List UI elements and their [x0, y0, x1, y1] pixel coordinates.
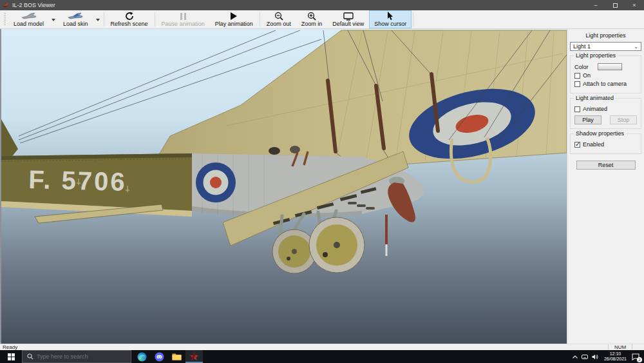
load-skin-label: Load skin — [63, 21, 88, 27]
taskbar-app-edge[interactable] — [133, 350, 151, 363]
close-button[interactable]: × — [625, 0, 644, 10]
num-lock-indicator: NUM — [608, 344, 632, 350]
show-cursor-button[interactable]: Show cursor — [369, 10, 412, 28]
minimize-button[interactable]: – — [586, 0, 605, 10]
light-properties-group: Light properties Color On Attach to came… — [570, 55, 641, 93]
animated-checkbox-row[interactable]: Animated — [574, 106, 637, 112]
light-properties-panel: Light properties Light 1 ⌄ Light propert… — [567, 29, 644, 344]
shadow-enabled-checkbox[interactable] — [574, 142, 580, 148]
shadow-enabled-label: Enabled — [583, 141, 604, 148]
il2-viewer-icon — [189, 352, 199, 362]
load-model-dropdown-arrow[interactable] — [49, 10, 58, 28]
play-button[interactable]: Play — [574, 115, 601, 124]
search-icon — [27, 353, 33, 360]
pause-icon — [180, 12, 186, 21]
toolbar-separator — [260, 12, 260, 26]
windows-taskbar: 12:10 26/08/2021 2 — [0, 350, 644, 363]
pause-animation-button[interactable]: Pause animation — [156, 10, 210, 28]
load-skin-button[interactable]: Load skin — [58, 10, 93, 28]
front-wheel — [309, 217, 365, 273]
light-selector-value: Light 1 — [573, 43, 634, 50]
maximize-button[interactable] — [605, 0, 625, 10]
light-selector-dropdown[interactable]: Light 1 ⌄ — [570, 42, 641, 51]
app-window: IL-2 BOS Viewer – × Load model — [0, 0, 644, 363]
show-cursor-label: Show cursor — [374, 21, 406, 27]
airplane-skin-icon — [67, 12, 84, 21]
tray-clock[interactable]: 12:10 26/08/2021 — [604, 351, 627, 362]
discord-icon — [155, 352, 164, 362]
taskbar-app-discord[interactable] — [151, 350, 168, 363]
stop-button[interactable]: Stop — [610, 115, 637, 124]
serial-number: F. 5706 — [28, 165, 127, 196]
zoom-out-label: Zoom out — [267, 21, 291, 27]
attach-to-camera-checkbox[interactable] — [574, 81, 580, 87]
title-bar: IL-2 BOS Viewer – × — [0, 0, 644, 10]
window-title: IL-2 BOS Viewer — [12, 2, 586, 8]
tray-keyboard-icon[interactable] — [582, 355, 588, 359]
group-title: Shadow properties — [574, 130, 626, 137]
tray-date: 26/08/2021 — [604, 357, 627, 362]
cockpit-windscreen — [290, 146, 300, 153]
attach-checkbox-row[interactable]: Attach to camera — [574, 81, 637, 87]
default-view-button[interactable]: Default view — [327, 10, 369, 28]
tray-speaker-icon[interactable] — [592, 354, 599, 360]
reset-button[interactable]: Reset — [576, 161, 636, 170]
windows-logo-icon — [8, 353, 15, 360]
zoom-in-icon — [307, 12, 316, 21]
animated-checkbox[interactable] — [574, 106, 580, 112]
rear-fuselage: F. 5706 — [1, 153, 192, 217]
refresh-scene-button[interactable]: Refresh scene — [106, 10, 153, 28]
notification-badge: 2 — [637, 357, 642, 362]
on-checkbox[interactable] — [574, 73, 580, 79]
status-bar: Ready NUM — [0, 344, 644, 350]
toolbar-separator — [413, 12, 413, 26]
cursor-icon — [386, 12, 394, 21]
status-message: Ready — [0, 344, 608, 350]
zoom-out-button[interactable]: Zoom out — [261, 10, 296, 28]
load-model-label: Load model — [14, 21, 44, 27]
refresh-icon — [125, 12, 134, 21]
system-tray: 12:10 26/08/2021 2 — [571, 350, 644, 363]
load-model-button[interactable]: Load model — [8, 10, 49, 28]
edge-icon — [137, 352, 147, 362]
refresh-scene-label: Refresh scene — [111, 21, 148, 27]
toolbar: Load model Load skin Refresh scene — [0, 10, 644, 29]
cockpit-pilot — [269, 147, 280, 155]
animated-label: Animated — [583, 106, 607, 112]
zoom-out-icon — [274, 12, 283, 21]
group-title: Light animated — [574, 95, 616, 101]
toolbar-separator — [104, 12, 104, 26]
color-swatch[interactable] — [598, 63, 622, 70]
taskbar-app-il2-viewer[interactable] — [185, 350, 203, 363]
zoom-in-label: Zoom in — [301, 21, 323, 27]
attach-to-camera-label: Attach to camera — [583, 81, 627, 87]
taskbar-app-file-explorer[interactable] — [168, 350, 185, 363]
notification-center-button[interactable]: 2 — [632, 353, 639, 360]
load-skin-dropdown-arrow[interactable] — [93, 10, 102, 28]
group-title: Light properties — [574, 52, 618, 59]
zoom-in-button[interactable]: Zoom in — [296, 10, 328, 28]
on-label: On — [583, 72, 591, 79]
enabled-checkbox-row[interactable]: Enabled — [574, 141, 637, 148]
app-logo-icon — [3, 2, 9, 8]
taskbar-search[interactable] — [22, 350, 131, 363]
on-checkbox-row[interactable]: On — [574, 72, 637, 79]
file-explorer-icon — [172, 353, 182, 361]
biplane-render: F. 5706 — [1, 29, 567, 344]
play-icon — [231, 12, 237, 21]
shadow-properties-group: Shadow properties Enabled — [570, 133, 641, 154]
monitor-icon — [343, 12, 354, 21]
pause-animation-label: Pause animation — [162, 21, 205, 27]
light-animated-group: Light animated Animated Play Stop — [570, 98, 641, 129]
toolbar-grip — [4, 13, 6, 26]
toolbar-separator — [155, 12, 155, 26]
panel-title: Light properties — [567, 29, 644, 39]
search-input[interactable] — [37, 353, 120, 360]
start-button[interactable] — [0, 350, 22, 363]
play-animation-button[interactable]: Play animation — [210, 10, 258, 28]
chevron-down-icon: ⌄ — [634, 44, 638, 50]
airplane-icon — [21, 12, 37, 21]
default-view-label: Default view — [332, 21, 364, 27]
tray-chevron-up-icon[interactable] — [573, 355, 578, 358]
viewport-3d-scene[interactable]: F. 5706 — [0, 29, 567, 344]
